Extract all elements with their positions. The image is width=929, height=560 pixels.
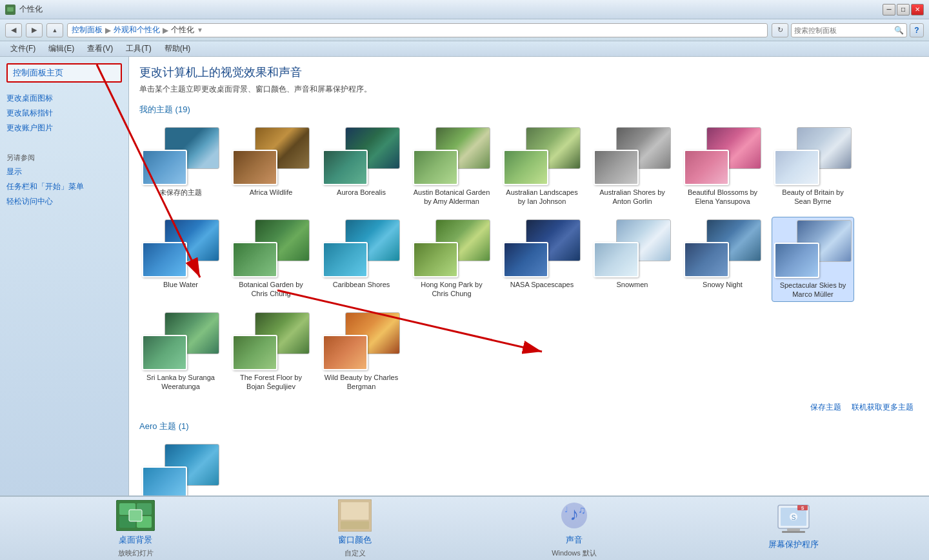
sidebar-link-desktop-icons[interactable]: 更改桌面图标 [6, 93, 122, 104]
theme-caribbean[interactable]: Caribbean Shores [320, 217, 403, 303]
breadcrumb-control-panel[interactable]: 控制面板 [72, 25, 103, 35]
breadcrumb[interactable]: 控制面板 ▶ 外观和个性化 ▶ 个性化 ▼ [67, 23, 768, 37]
refresh-button[interactable]: ↻ [772, 23, 788, 37]
thumb-front [232, 242, 277, 277]
bottom-item-screensaver[interactable]: S S 屏幕保护程序 [742, 504, 845, 553]
maximize-button[interactable]: □ [897, 4, 910, 15]
theme-label: Hong Kong Park by Chris Chung [413, 280, 490, 299]
menu-view[interactable]: 查看(V) [82, 42, 118, 55]
theme-spectsky[interactable]: Spectacular Skies by Marco Müller [772, 217, 854, 303]
theme-beautiful[interactable]: Beautiful Blossoms by Elena Yansupova [681, 125, 764, 209]
theme-botanical[interactable]: Botanical Garden by Chris Chung [230, 217, 312, 303]
menu-edit[interactable]: 编辑(E) [43, 42, 79, 55]
help-button[interactable]: ? [910, 23, 924, 37]
theme-thumbnail-beautiful [684, 127, 761, 185]
menu-file[interactable]: 文件(F) [5, 42, 41, 55]
theme-snowmen[interactable]: Snowmen [591, 217, 674, 303]
theme-nasa[interactable]: NASA Spacescapes [501, 217, 583, 303]
back-button[interactable]: ◀ [5, 23, 22, 37]
sidebar-link-account-pic[interactable]: 更改账户图片 [6, 123, 122, 134]
menubar: 文件(F) 编辑(E) 查看(V) 工具(T) 帮助(H) [0, 41, 929, 57]
close-button[interactable]: ✕ [911, 4, 924, 15]
breadcrumb-dropdown[interactable]: ▼ [197, 26, 203, 34]
bottom-item-sound[interactable]: ♪ ♫ ♩ 声音 Windows 默认 [523, 499, 626, 558]
theme-bluewater[interactable]: Blue Water [139, 217, 222, 303]
background-label[interactable]: 桌面背景 [119, 534, 152, 546]
theme-thumbnail-snonight [684, 219, 761, 277]
page-description: 单击某个主题立即更改桌面背景、窗口颜色、声音和屏幕保护程序。 [139, 84, 919, 95]
theme-thumbnail-africa [232, 127, 310, 185]
theme-beauty[interactable]: Beauty of Britain by Sean Byrne [772, 125, 854, 209]
theme-austin[interactable]: Austin Botanical Garden by Amy Alderman [410, 125, 493, 209]
bottom-bar: 桌面背景 放映幻灯片 窗口颜色 自定义 ♪ ♫ ♩ 声音 Windows 默认 [0, 495, 929, 560]
svg-text:S: S [792, 514, 796, 521]
svg-rect-0 [7, 7, 14, 12]
theme-srilanka[interactable]: Sri Lanka by Suranga Weeratunga [139, 310, 222, 394]
theme-thumbnail-australian [503, 127, 581, 185]
titlebar: 个性化 ─ □ ✕ [0, 0, 929, 19]
theme-label: Sri Lanka by Suranga Weeratunga [142, 373, 219, 392]
menu-tools[interactable]: 工具(T) [121, 42, 156, 55]
sidebar-main-link[interactable]: 控制面板主页 [6, 63, 122, 83]
app-icon [5, 5, 15, 15]
theme-aussshores[interactable]: Australian Shores by Anton Gorlin [591, 125, 674, 209]
addressbar: ◀ ▶ ▲ 控制面板 ▶ 外观和个性化 ▶ 个性化 ▼ ↻ 🔍 ? [0, 19, 929, 41]
sidebar-link-accessibility[interactable]: 轻松访问中心 [6, 196, 122, 207]
themes-grid: 未保存的主题 Africa Wildlife Aurora Borealis [139, 125, 919, 394]
bottom-item-background[interactable]: 桌面背景 放映幻灯片 [84, 499, 187, 558]
save-theme-link[interactable]: 保存主题 [810, 402, 841, 413]
theme-thumbnail-hkpark [413, 219, 490, 277]
theme-thumbnail-caribbean [323, 219, 400, 277]
svg-rect-18 [787, 528, 800, 531]
theme-label: 未保存的主题 [159, 188, 202, 197]
theme-snonight[interactable]: Snowy Night [681, 217, 764, 303]
breadcrumb-appearance[interactable]: 外观和个性化 [114, 25, 160, 35]
thumb-front [774, 243, 819, 278]
theme-thumbnail-bluewater [142, 219, 219, 277]
sound-label[interactable]: 声音 [566, 534, 583, 546]
screensaver-icon: S S [775, 504, 812, 536]
theme-forest[interactable]: The Forest Floor by Bojan Šeguljiev [230, 310, 312, 394]
themes-scroll[interactable]: 我的主题 (19) 未保存的主题 Africa Wildlife [129, 99, 929, 495]
aero-themes-grid [139, 441, 919, 495]
sidebar-link-mouse[interactable]: 更改鼠标指针 [6, 108, 122, 119]
theme-unsaved[interactable]: 未保存的主题 [139, 125, 222, 209]
search-bar[interactable]: 🔍 [791, 23, 907, 37]
sidebar-link-taskbar[interactable]: 任务栏和「开始」菜单 [6, 181, 122, 192]
sidebar-link-display[interactable]: 显示 [6, 166, 122, 177]
color-label[interactable]: 窗口颜色 [338, 534, 372, 546]
sidebar: 控制面板主页 更改桌面图标 更改鼠标指针 更改账户图片 另请参阅 显示 任务栏和… [0, 57, 129, 495]
search-input[interactable] [794, 26, 894, 34]
svg-rect-8 [129, 510, 142, 521]
minimize-button[interactable]: ─ [883, 4, 895, 15]
up-button[interactable]: ▲ [46, 23, 63, 37]
thumb-front [413, 150, 458, 185]
bottom-item-color[interactable]: 窗口颜色 自定义 [303, 499, 406, 558]
theme-africa[interactable]: Africa Wildlife [230, 125, 312, 209]
svg-rect-2 [8, 12, 13, 13]
theme-aurora[interactable]: Aurora Borealis [320, 125, 403, 209]
titlebar-left: 个性化 [5, 4, 43, 15]
sound-icon: ♪ ♫ ♩ [556, 499, 592, 532]
forward-button[interactable]: ▶ [26, 23, 43, 37]
breadcrumb-sep-2: ▶ [163, 26, 168, 35]
thumb-front [503, 150, 548, 185]
background-icon-area [116, 499, 155, 532]
theme-label: Australian Shores by Anton Gorlin [594, 188, 671, 206]
theme-australian[interactable]: Australian Landscapes by Ian Johnson [501, 125, 583, 209]
get-more-themes-link[interactable]: 联机获取更多主题 [852, 402, 914, 413]
theme-aero[interactable] [139, 441, 222, 495]
aero-themes-header: Aero 主题 (1) [139, 421, 919, 435]
theme-thumbnail-aurora [323, 127, 400, 185]
theme-hkpark[interactable]: Hong Kong Park by Chris Chung [410, 217, 493, 303]
thumb-front [323, 335, 368, 370]
theme-thumbnail-aero [142, 444, 219, 495]
background-sublabel: 放映幻灯片 [118, 548, 154, 558]
screensaver-label[interactable]: 屏幕保护程序 [768, 539, 819, 550]
search-icon[interactable]: 🔍 [894, 26, 904, 35]
theme-label: NASA Spacescapes [510, 280, 574, 289]
menu-help[interactable]: 帮助(H) [159, 42, 196, 55]
theme-label: Austin Botanical Garden by Amy Alderman [413, 188, 490, 206]
thumb-front [142, 466, 187, 495]
theme-wildbeauty[interactable]: Wild Beauty by Charles Bergman [320, 310, 403, 394]
